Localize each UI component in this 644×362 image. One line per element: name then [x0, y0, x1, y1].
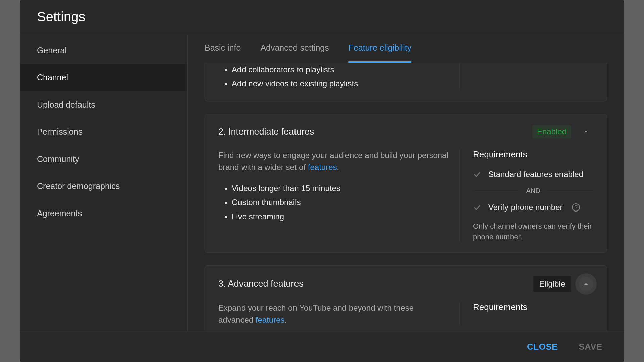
requirement-standard-enabled: Standard features enabled — [473, 166, 593, 182]
content-scroll[interactable]: Add collaborators to playlists Add new v… — [188, 63, 624, 331]
advanced-status-row: Eligible — [533, 276, 593, 292]
settings-sidebar: General Channel Upload defaults Permissi… — [20, 35, 188, 331]
feature-item: Videos longer than 15 minutes — [232, 181, 449, 195]
sidebar-item-permissions[interactable]: Permissions — [20, 118, 187, 145]
feature-item: Add new videos to existing playlists — [232, 77, 449, 91]
dialog-footer: CLOSE SAVE — [20, 331, 624, 362]
advanced-body: Expand your reach on YouTube and beyond … — [218, 302, 593, 326]
dialog-header: Settings — [20, 0, 624, 35]
intermediate-body: Find new ways to engage your audience an… — [218, 149, 593, 242]
help-icon[interactable]: ? — [572, 203, 580, 212]
status-badge-eligible: Eligible — [533, 276, 571, 292]
and-separator: AND — [473, 187, 593, 195]
settings-dialog: Settings General Channel Upload defaults… — [20, 0, 624, 362]
tab-feature-eligibility[interactable]: Feature eligibility — [348, 43, 412, 63]
sidebar-item-creator-demographics[interactable]: Creator demographics — [20, 173, 187, 200]
intermediate-desc: Find new ways to engage your audience an… — [218, 149, 449, 173]
advanced-desc: Expand your reach on YouTube and beyond … — [218, 302, 449, 326]
advanced-left: Expand your reach on YouTube and beyond … — [218, 302, 459, 326]
main-panel: Basic info Advanced settings Feature eli… — [188, 35, 624, 331]
check-icon — [473, 203, 482, 212]
tab-bar: Basic info Advanced settings Feature eli… — [188, 35, 624, 63]
section-standard-features-partial: Add collaborators to playlists Add new v… — [205, 63, 607, 101]
desc-text: . — [284, 315, 287, 324]
chevron-up-icon — [582, 280, 590, 288]
standard-right — [459, 63, 593, 91]
advanced-head: 3. Advanced features Eligible — [218, 276, 593, 292]
collapse-toggle[interactable] — [579, 124, 593, 139]
requirements-title: Requirements — [473, 149, 593, 160]
feature-item: Add collaborators to playlists — [232, 63, 449, 77]
advanced-right: Requirements — [459, 302, 593, 326]
intermediate-status-row: Enabled — [532, 124, 593, 139]
save-button[interactable]: SAVE — [574, 338, 607, 355]
requirement-label: Verify phone number — [488, 203, 562, 212]
sidebar-item-channel[interactable]: Channel — [20, 64, 187, 91]
sidebar-item-community[interactable]: Community — [20, 145, 187, 173]
feature-item: Live streaming — [232, 209, 449, 224]
close-button[interactable]: CLOSE — [522, 338, 562, 355]
status-badge-enabled: Enabled — [532, 125, 571, 138]
standard-left: Add collaborators to playlists Add new v… — [218, 63, 459, 91]
requirement-label: Standard features enabled — [488, 170, 583, 179]
intermediate-title: 2. Intermediate features — [218, 127, 314, 137]
intermediate-head: 2. Intermediate features Enabled — [218, 124, 593, 139]
requirements-title: Requirements — [473, 302, 593, 312]
sidebar-item-general[interactable]: General — [20, 37, 187, 64]
advanced-title: 3. Advanced features — [218, 279, 304, 289]
feature-item: Custom thumbnails — [232, 195, 449, 209]
intermediate-left: Find new ways to engage your audience an… — [218, 149, 459, 242]
sidebar-item-agreements[interactable]: Agreements — [20, 200, 187, 227]
features-link[interactable]: features — [308, 163, 337, 172]
section-advanced-features: 3. Advanced features Eligible Expand you… — [205, 265, 607, 331]
chevron-up-icon — [582, 128, 590, 136]
desc-text: Expand your reach on YouTube and beyond … — [218, 303, 414, 324]
desc-text: . — [337, 163, 339, 172]
collapse-toggle[interactable] — [579, 277, 593, 291]
features-link[interactable]: features — [256, 315, 285, 324]
sidebar-item-upload-defaults[interactable]: Upload defaults — [20, 91, 187, 118]
dialog-body: General Channel Upload defaults Permissi… — [20, 35, 624, 331]
intermediate-right: Requirements Standard features enabled A… — [459, 149, 593, 242]
tab-basic-info[interactable]: Basic info — [205, 43, 241, 63]
requirement-note: Only channel owners can verify their pho… — [473, 221, 593, 242]
tab-advanced-settings[interactable]: Advanced settings — [260, 43, 329, 63]
check-icon — [473, 170, 482, 179]
section-intermediate-features: 2. Intermediate features Enabled Find ne… — [205, 114, 607, 253]
standard-bullets: Add collaborators to playlists Add new v… — [218, 63, 449, 91]
requirement-verify-phone: Verify phone number ? — [473, 199, 593, 216]
dialog-title: Settings — [37, 9, 607, 24]
intermediate-bullets: Videos longer than 15 minutes Custom thu… — [218, 181, 449, 224]
